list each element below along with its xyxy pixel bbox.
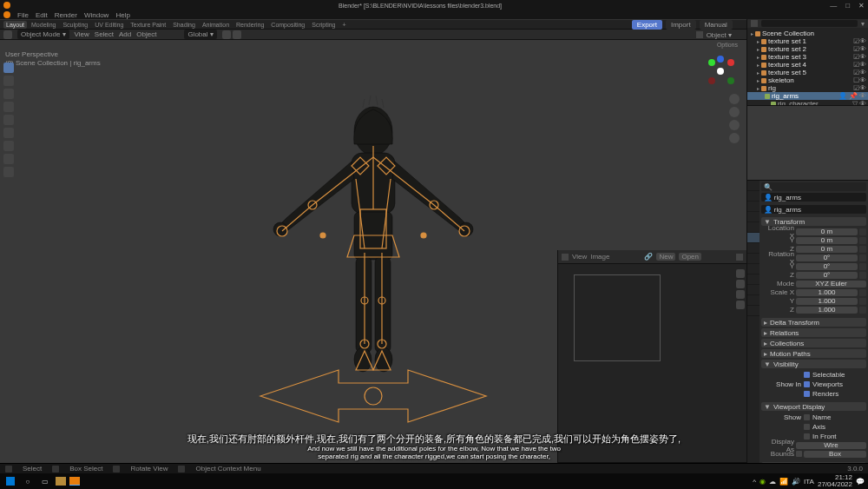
tab-uv-editing[interactable]: UV Editing <box>92 21 126 29</box>
outliner-item[interactable]: ▸rig☑👁 <box>747 84 868 92</box>
perspective-icon[interactable] <box>729 133 740 143</box>
location-y-field[interactable]: 0 m <box>796 237 858 244</box>
lock-icon[interactable] <box>859 246 866 253</box>
taskview-icon[interactable]: ▭ <box>38 475 52 487</box>
section-motion-paths[interactable]: ▸Motion Paths <box>761 349 866 358</box>
visibility-toggle-icon[interactable] <box>696 31 703 38</box>
rotation-mode-field[interactable]: XYZ Euler <box>796 281 866 287</box>
image-new-button[interactable]: New <box>656 253 675 261</box>
mode-selector[interactable]: Object Mode ▾ <box>17 30 69 39</box>
menu-file[interactable]: File <box>17 11 29 19</box>
explorer-icon[interactable] <box>56 477 66 486</box>
tray-chevron-icon[interactable]: ^ <box>753 478 756 486</box>
section-collections[interactable]: ▸Collections <box>761 339 866 347</box>
renders-checkbox[interactable] <box>804 391 810 397</box>
blender-taskbar-icon[interactable] <box>69 477 80 486</box>
prop-tab-viewlayer[interactable] <box>747 202 760 212</box>
outliner-item[interactable]: ▸texture set 2☑👁 <box>747 45 868 53</box>
tool-measure[interactable] <box>3 154 14 164</box>
image-tool-1[interactable] <box>736 269 745 278</box>
pan-icon[interactable] <box>729 107 740 117</box>
tab-rendering[interactable]: Rendering <box>233 21 266 29</box>
section-delta-transform[interactable]: ▸Delta Transform <box>761 318 866 327</box>
export-button[interactable]: Export <box>632 20 662 30</box>
section-relations[interactable]: ▸Relations <box>761 328 866 337</box>
properties-search-bar[interactable]: 🔍 <box>761 182 866 191</box>
prop-tab-physics[interactable] <box>747 264 760 274</box>
snap-toggle[interactable] <box>222 30 231 39</box>
lock-icon[interactable] <box>859 254 866 261</box>
outliner-item-toggles[interactable]: ☑👁 <box>853 45 866 53</box>
location-x-field[interactable]: 0 m <box>796 228 858 235</box>
outliner-item-toggles[interactable]: ☑👁 <box>853 84 866 92</box>
outliner-item[interactable]: ▸texture set 3☑👁 <box>747 53 868 61</box>
prop-tab-data[interactable] <box>747 285 760 295</box>
lock-icon[interactable] <box>859 272 866 279</box>
menu-render[interactable]: Render <box>55 11 77 19</box>
image-link-icon[interactable]: 🔗 <box>644 253 653 261</box>
gizmo-object-selector[interactable]: Object ▾ <box>707 31 732 39</box>
zoom-icon[interactable] <box>729 94 740 104</box>
menu-window[interactable]: Window <box>84 11 108 19</box>
scale-x-field[interactable]: 1.000 <box>796 289 858 296</box>
rotation-y-field[interactable]: 0° <box>796 263 858 270</box>
selectable-checkbox[interactable] <box>804 372 810 378</box>
outliner-item[interactable]: ▸Scene Collection <box>747 30 868 37</box>
lock-icon[interactable] <box>859 263 866 270</box>
tab-sculpting[interactable]: Sculpting <box>60 21 90 29</box>
viewport-options[interactable]: Options <box>717 42 738 48</box>
tray-nvidia-icon[interactable]: ◉ <box>760 478 766 486</box>
prop-tab-output[interactable] <box>747 191 760 202</box>
tool-move[interactable] <box>3 89 14 99</box>
image-editor-type-icon[interactable] <box>562 254 569 261</box>
notification-icon[interactable]: 💬 <box>856 478 865 486</box>
outliner-item-toggles[interactable]: ☑👁 <box>853 53 866 61</box>
prop-tab-material[interactable] <box>747 306 760 316</box>
manual-button[interactable]: Manual <box>700 20 733 30</box>
prop-tab-world[interactable] <box>747 222 760 233</box>
name-checkbox[interactable] <box>804 414 810 420</box>
prop-tab-modifier[interactable] <box>747 243 760 254</box>
image-tool-2[interactable] <box>736 280 745 288</box>
object-name-field[interactable]: 👤 rig_arms <box>761 205 866 214</box>
outliner-filter-icon[interactable]: ▾ <box>861 20 865 28</box>
lock-icon[interactable] <box>859 289 866 296</box>
taskbar-clock[interactable]: 21:12 27/04/2022 <box>818 474 852 488</box>
app-menu-icon[interactable] <box>3 11 10 18</box>
outliner-item[interactable]: ▸texture set 4☑👁 <box>747 61 868 69</box>
camera-icon[interactable] <box>729 120 740 130</box>
axis-checkbox[interactable] <box>804 424 810 430</box>
prop-tab-bone[interactable] <box>747 295 760 306</box>
bounds-field[interactable]: Box <box>804 451 866 458</box>
header-menu-add[interactable]: Add <box>119 30 131 38</box>
image-menu-image[interactable]: Image <box>590 253 609 261</box>
outliner-item[interactable]: ▸skeleton☐👁 <box>747 76 868 84</box>
image-open-button[interactable]: Open <box>679 253 701 261</box>
image-display-icon[interactable] <box>736 254 743 261</box>
tool-addcube[interactable] <box>3 167 14 177</box>
prop-tab-particles[interactable] <box>747 254 760 264</box>
menu-help[interactable]: Help <box>115 11 129 19</box>
breadcrumb[interactable]: 👤 rig_arms <box>761 193 866 202</box>
tray-volume-icon[interactable]: 🔊 <box>792 478 800 486</box>
location-z-field[interactable]: 0 m <box>796 246 858 253</box>
tray-lang[interactable]: ITA <box>804 478 814 486</box>
outliner-item[interactable]: rig_arms👤 📌 👁 <box>747 92 868 100</box>
image-menu-view[interactable]: View <box>572 253 587 261</box>
tab-shading[interactable]: Shading <box>170 21 198 29</box>
lock-icon[interactable] <box>859 307 866 314</box>
header-menu-view[interactable]: View <box>75 30 89 38</box>
tool-rotate[interactable] <box>3 102 14 112</box>
prop-tab-render[interactable] <box>747 181 760 191</box>
tab-texture-paint[interactable]: Texture Paint <box>128 21 168 29</box>
outliner-item-toggles[interactable]: ☑👁 <box>853 37 866 45</box>
image-tool-3[interactable] <box>736 290 745 299</box>
prop-tab-object[interactable] <box>747 233 760 243</box>
rotation-x-field[interactable]: 0° <box>796 254 858 261</box>
start-button[interactable] <box>3 475 17 487</box>
tool-transform[interactable] <box>3 128 14 138</box>
outliner-item-toggles[interactable]: ☑👁 <box>853 61 866 69</box>
search-icon[interactable]: ○ <box>21 475 35 487</box>
outliner-search[interactable] <box>761 20 858 27</box>
navigation-gizmo[interactable] <box>705 56 736 87</box>
